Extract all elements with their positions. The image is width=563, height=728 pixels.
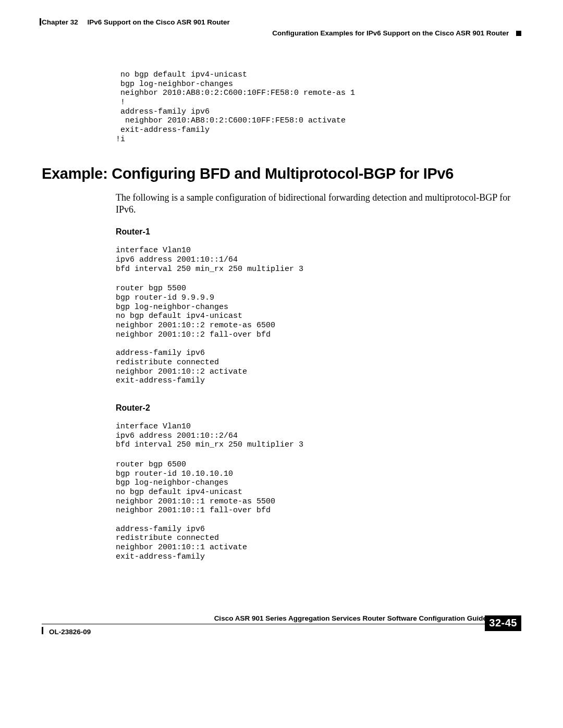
section-intro: The following is a sample configuration … bbox=[116, 192, 521, 216]
spacer bbox=[116, 386, 521, 403]
section-heading: Example: Configuring BFD and Multiprotoc… bbox=[42, 165, 521, 182]
page-container: Chapter 32 IPv6 Support on the Cisco ASR… bbox=[0, 0, 563, 728]
header-top-line: Chapter 32 IPv6 Support on the Cisco ASR… bbox=[42, 18, 521, 26]
header-end-square-icon bbox=[516, 31, 521, 36]
router2-label: Router-2 bbox=[116, 403, 521, 413]
router1-code-a: interface Vlan10 ipv6 address 2001:10::1… bbox=[116, 246, 521, 274]
router1-code-b: router bgp 5500 bgp router-id 9.9.9.9 bg… bbox=[116, 284, 521, 386]
router1-label: Router-1 bbox=[116, 227, 521, 237]
footer-rule bbox=[42, 624, 490, 624]
spacer bbox=[116, 450, 521, 460]
footer-rule-mark bbox=[42, 627, 43, 634]
chapter-title: IPv6 Support on the Cisco ASR 901 Router bbox=[88, 18, 230, 26]
page-content: no bgp default ipv4-unicast bgp log-neig… bbox=[42, 40, 521, 562]
router2-code-a: interface Vlan10 ipv6 address 2001:10::2… bbox=[116, 422, 521, 450]
section-nav-text: Configuration Examples for IPv6 Support … bbox=[272, 29, 509, 37]
chapter-label: Chapter 32 bbox=[42, 18, 78, 26]
router2-code-b: router bgp 6500 bgp router-id 10.10.10.1… bbox=[116, 460, 521, 562]
header-rule-mark bbox=[40, 18, 41, 26]
footer-doc-id: OL-23826-09 bbox=[49, 628, 91, 636]
code-block-top: no bgp default ipv4-unicast bgp log-neig… bbox=[116, 70, 521, 144]
spacer bbox=[116, 274, 521, 284]
footer-page-number: 32-45 bbox=[485, 615, 521, 631]
page-footer: Cisco ASR 901 Series Aggregation Service… bbox=[42, 619, 521, 639]
footer-guide-title: Cisco ASR 901 Series Aggregation Service… bbox=[211, 614, 487, 622]
header-section-nav: Configuration Examples for IPv6 Support … bbox=[42, 29, 521, 37]
page-header: Chapter 32 IPv6 Support on the Cisco ASR… bbox=[42, 18, 521, 40]
